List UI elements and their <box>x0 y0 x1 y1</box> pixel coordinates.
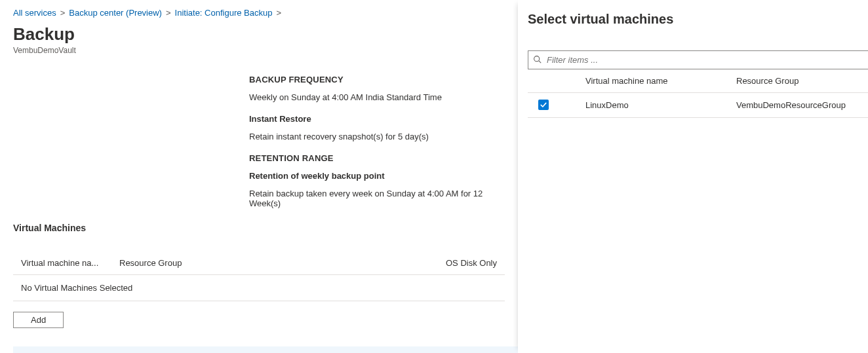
chevron-right-icon: > <box>276 8 281 18</box>
select-vm-col-checkbox <box>528 69 557 93</box>
main-pane: All services > Backup center (Preview) >… <box>0 0 518 353</box>
select-vm-col-name[interactable]: Virtual machine name <box>579 69 730 93</box>
instant-restore-text: Retain instant recovery snapshot(s) for … <box>249 132 498 141</box>
filter-wrap <box>528 50 868 69</box>
vm-table-header-row: Virtual machine na... Resource Group OS … <box>13 251 505 275</box>
filter-input[interactable] <box>528 50 868 69</box>
vm-col-name[interactable]: Virtual machine na... <box>13 251 111 275</box>
select-vm-col-rg[interactable]: Resource Group <box>730 69 868 93</box>
backup-frequency-heading: BACKUP FREQUENCY <box>249 75 498 84</box>
backup-frequency-text: Weekly on Sunday at 4:00 AM India Standa… <box>249 92 498 102</box>
page-subtitle: VembuDemoVault <box>13 46 505 55</box>
vm-row-rg: VembuDemoResourceGroup <box>730 93 868 118</box>
page-title: Backup <box>13 24 505 45</box>
select-vm-panel: Select virtual machines Virtual machine … <box>518 0 868 353</box>
breadcrumb-link-initiate-configure[interactable]: Initiate: Configure Backup <box>175 8 273 18</box>
vm-col-osdisk[interactable]: OS Disk Only <box>426 251 505 275</box>
select-vm-col-spacer <box>557 69 579 93</box>
vm-table-empty-row: No Virtual Machines Selected <box>13 275 505 301</box>
vm-row-checkbox[interactable] <box>538 100 549 110</box>
chevron-right-icon: > <box>60 8 66 18</box>
retention-range-heading: RETENTION RANGE <box>249 153 498 163</box>
breadcrumb-link-backup-center[interactable]: Backup center (Preview) <box>69 8 162 18</box>
vm-table: Virtual machine na... Resource Group OS … <box>13 251 505 301</box>
select-vm-title: Select virtual machines <box>528 12 868 27</box>
select-vm-table: Virtual machine name Resource Group Linu… <box>528 69 868 118</box>
vm-col-rg[interactable]: Resource Group <box>111 251 426 275</box>
retention-weekly-heading: Retention of weekly backup point <box>249 171 498 181</box>
select-vm-row[interactable]: LinuxDemo VembuDemoResourceGroup <box>528 93 868 118</box>
add-button[interactable]: Add <box>13 312 64 328</box>
vm-row-name: LinuxDemo <box>579 93 730 118</box>
vm-empty-text: No Virtual Machines Selected <box>13 275 505 301</box>
retention-weekly-text: Retain backup taken every week on Sunday… <box>249 189 498 208</box>
policy-summary: BACKUP FREQUENCY Weekly on Sunday at 4:0… <box>249 75 498 208</box>
breadcrumb-link-all-services[interactable]: All services <box>13 8 56 18</box>
breadcrumb: All services > Backup center (Preview) >… <box>13 8 505 18</box>
select-vm-header-row: Virtual machine name Resource Group <box>528 69 868 93</box>
instant-restore-heading: Instant Restore <box>249 114 498 124</box>
virtual-machines-heading: Virtual Machines <box>13 223 505 233</box>
bottom-action-bar <box>13 346 518 353</box>
chevron-right-icon: > <box>166 8 171 18</box>
